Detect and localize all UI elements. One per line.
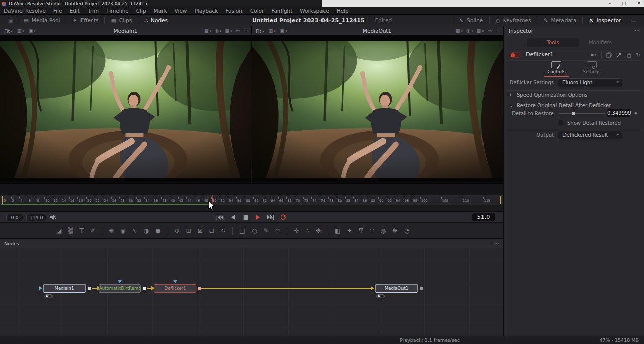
clips-button[interactable]: ▦Clips: [105, 15, 138, 26]
roi-dropdown-icon[interactable]: ▦▾: [456, 28, 463, 33]
tool-rectangle-mask-icon[interactable]: □: [239, 228, 245, 234]
zoom-fit-dropdown[interactable]: Fit▾: [256, 28, 264, 34]
current-frame-field[interactable]: 51.0: [472, 213, 495, 221]
menu-clip[interactable]: Clip: [136, 8, 146, 14]
menu-fusion[interactable]: Fusion: [225, 8, 243, 14]
expand-viewer-icon[interactable]: ▭: [235, 28, 240, 33]
node-mediain1-thumbnail-toggle[interactable]: [44, 294, 53, 298]
tab-tools[interactable]: Tools: [527, 38, 579, 47]
spline-button[interactable]: ∿Spline: [453, 15, 490, 26]
menu-color[interactable]: Color: [250, 8, 264, 14]
channel-dropdown[interactable]: ▣▾: [29, 28, 36, 33]
menu-mark[interactable]: Mark: [154, 8, 167, 14]
node-mediaout1-thumbnail-toggle[interactable]: [376, 294, 385, 298]
tool-merge-3d-icon[interactable]: ∷: [370, 228, 374, 234]
tool-blur-icon[interactable]: ●: [155, 228, 160, 234]
tool-brightness-contrast-icon[interactable]: ◑: [144, 228, 149, 234]
viewer-options-icon[interactable]: ⋯: [244, 28, 248, 33]
tool-bspline-mask-icon[interactable]: ◠: [275, 228, 280, 234]
tool-chroma-keyer-icon[interactable]: ⊠: [198, 228, 203, 234]
tool-merge-icon[interactable]: ⊕: [175, 228, 180, 234]
nodes-panel-header[interactable]: Nodes ⋯: [0, 239, 503, 248]
menu-trim[interactable]: Trim: [88, 8, 99, 14]
tool-color-corrector-icon[interactable]: ✳: [109, 228, 114, 234]
effects-button[interactable]: ✦Effects: [66, 15, 104, 26]
tool-matte-control-icon[interactable]: ⊞: [186, 228, 191, 234]
minimize-button[interactable]: –: [608, 0, 611, 7]
tool-particles-icon[interactable]: ❋: [392, 228, 397, 234]
node-mediain1-output[interactable]: [88, 287, 91, 290]
menu-help[interactable]: Help: [337, 8, 349, 14]
inspector-button[interactable]: ✕Inspector: [583, 15, 627, 26]
inspector-options-icon[interactable]: ⋯: [635, 26, 640, 35]
tool-ellipse-mask-icon[interactable]: ○: [252, 228, 257, 234]
tool-camera-tracker-icon[interactable]: ❉: [316, 228, 321, 234]
menu-file[interactable]: File: [53, 8, 62, 14]
keyframes-button[interactable]: ◇Keyframes: [490, 15, 537, 26]
range-out-field[interactable]: 119.0: [26, 214, 46, 221]
tool-polygon-mask-icon[interactable]: ✎: [264, 228, 269, 234]
node-automaticdirtremov[interactable]: AutomaticDirtRemov...: [99, 284, 141, 293]
panel-splitter[interactable]: [0, 184, 503, 195]
viewer-options-icon[interactable]: ⋯: [495, 28, 500, 33]
viewer-left-canvas[interactable]: 3936x2144xfloat16: [0, 35, 251, 184]
tool-tracker-icon[interactable]: ✛: [294, 228, 299, 234]
pin-icon[interactable]: [616, 52, 622, 58]
timeline-scrollbar[interactable]: [0, 205, 503, 211]
expand-viewer-icon[interactable]: ▭: [487, 28, 492, 33]
connection-deflicker-mediaout[interactable]: [200, 288, 371, 289]
tool-text-icon[interactable]: T: [80, 228, 84, 234]
tool-hue-curves-icon[interactable]: ∿: [132, 228, 137, 234]
node-deflicker1-mask-input[interactable]: [173, 280, 177, 283]
guides-dropdown-icon[interactable]: ▦▾: [225, 28, 232, 33]
nodes-button[interactable]: ∴Nodes: [138, 15, 174, 26]
mediain-input-triangle[interactable]: [39, 286, 42, 290]
detail-to-restore-slider[interactable]: [559, 113, 605, 114]
menu-timeline[interactable]: Timeline: [106, 8, 129, 14]
lut-dropdown-icon[interactable]: ◎▾: [466, 28, 473, 33]
metadata-button[interactable]: ✎Metadata: [537, 15, 582, 26]
menu-edit[interactable]: Edit: [69, 8, 79, 14]
restore-detail-section[interactable]: ⌄ Restore Original Detail After Deflicke…: [504, 103, 644, 110]
tool-transform-icon[interactable]: ↻: [221, 228, 226, 234]
loop-button[interactable]: [279, 213, 287, 221]
subtab-settings[interactable]: Settings: [579, 61, 605, 78]
stop-button[interactable]: [242, 213, 250, 221]
menu-view[interactable]: View: [175, 8, 187, 14]
guides-dropdown-icon[interactable]: ▦▾: [476, 28, 484, 33]
node-enable-toggle[interactable]: [510, 52, 522, 58]
deflicker-settings-dropdown[interactable]: Fluoro Light▾: [558, 78, 622, 87]
tool-shape-3d-icon[interactable]: ✦: [347, 228, 352, 234]
tab-modifiers[interactable]: Modifiers: [579, 40, 621, 45]
nodes-options-icon[interactable]: ⋯: [494, 239, 499, 248]
node-graph[interactable]: MediaIn1AutomaticDirtRemov...Deflicker1M…: [0, 248, 503, 336]
detail-slider-thumb[interactable]: [572, 112, 575, 115]
channel-dropdown[interactable]: ▣▾: [280, 28, 287, 33]
tool-image-plane-3d-icon[interactable]: ◧: [335, 228, 340, 234]
node-automaticdirtremov-output[interactable]: [143, 287, 146, 290]
copy-settings-icon[interactable]: [606, 52, 612, 58]
keyframe-icon[interactable]: ◆: [634, 111, 637, 115]
node-deflicker1-output[interactable]: [198, 287, 201, 290]
detail-to-restore-value[interactable]: 0.349999: [607, 109, 630, 117]
menu-fairlight[interactable]: Fairlight: [271, 8, 292, 14]
lock-icon[interactable]: [626, 52, 632, 58]
tool-renderer-3d-icon[interactable]: ◔: [404, 228, 409, 234]
media-pool-button[interactable]: ▤Media Pool: [17, 15, 66, 26]
roi-dropdown-icon[interactable]: ▦▾: [204, 28, 211, 33]
cleanfeed-monitor-icon[interactable]: ▭: [627, 18, 640, 23]
ui-layout-icon[interactable]: ▣: [4, 18, 17, 23]
menu-davinci-resolve[interactable]: DaVinci Resolve: [4, 8, 46, 14]
menu-playback[interactable]: Playback: [194, 8, 218, 14]
tool-fast-noise-icon[interactable]: ▒: [68, 228, 73, 234]
node-mediaout1[interactable]: MediaOut1: [375, 284, 418, 293]
range-in-field[interactable]: 0.0: [6, 214, 23, 221]
reset-icon[interactable]: ↻: [636, 52, 640, 58]
node-deflicker1[interactable]: Deflicker1: [154, 284, 196, 293]
go-to-first-frame-button[interactable]: [216, 213, 224, 221]
viewer-right-canvas[interactable]: 3936x2144xfloat16: [252, 35, 503, 184]
tool-color-curves-icon[interactable]: ◉: [120, 228, 125, 234]
node-automaticdirtremov-mask-input[interactable]: [118, 280, 122, 283]
menu-workspace[interactable]: Workspace: [300, 8, 329, 14]
tool-paint-icon[interactable]: ✐: [90, 228, 95, 234]
